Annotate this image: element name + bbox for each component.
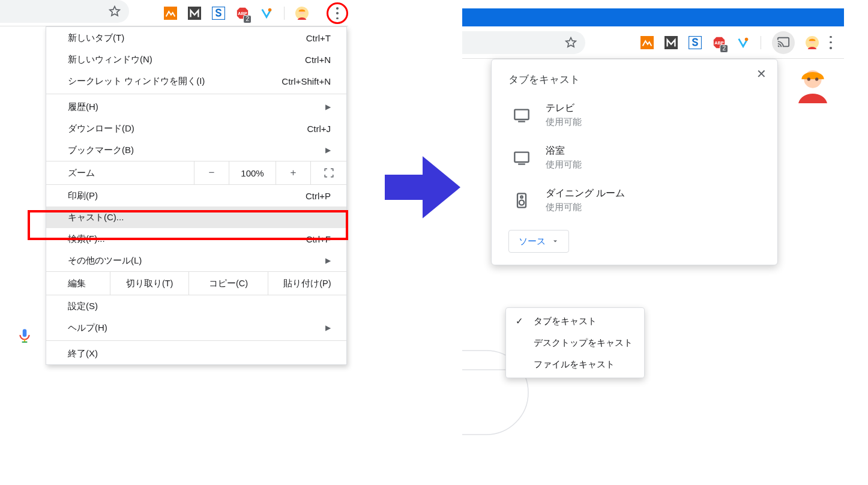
right-toolbar: ABP 2	[462, 26, 844, 59]
device-status: 使用可能	[546, 202, 625, 213]
menu-bookmarks[interactable]: ブックマーク(B) ▶	[46, 139, 346, 161]
fullscreen-button[interactable]	[310, 161, 346, 184]
avatar-icon[interactable]	[295, 7, 309, 20]
fullscreen-icon	[324, 167, 334, 178]
window-titlebar	[462, 8, 844, 26]
source-label: ソース	[519, 236, 546, 247]
ext-v-icon[interactable]	[260, 7, 273, 20]
menu-shortcut: Ctrl+J	[307, 124, 331, 134]
source-option-tab[interactable]: ✓ タブをキャスト	[506, 310, 644, 332]
mic-icon[interactable]	[17, 328, 32, 343]
ext-m-icon[interactable]	[188, 7, 201, 20]
menu-separator	[46, 340, 346, 341]
ext-analytics-icon[interactable]	[164, 7, 177, 20]
left-screenshot: ABP 2 新しいタブ(T) Ctrl+T 新しいウィンドウ(N) Ctrl+N…	[0, 0, 354, 396]
source-option-desktop[interactable]: ✓ デスクトップをキャスト	[506, 332, 644, 354]
menu-incognito[interactable]: シークレット ウィンドウを開く(I) Ctrl+Shift+N	[46, 70, 346, 92]
abp-badge: 2	[243, 15, 252, 23]
menu-more-tools[interactable]: その他のツール(L) ▶	[46, 250, 346, 271]
source-dropdown-menu: ✓ タブをキャスト ✓ デスクトップをキャスト ✓ ファイルをキャスト	[505, 307, 645, 378]
option-label: タブをキャスト	[534, 316, 597, 327]
menu-shortcut: Ctrl+F	[306, 234, 331, 244]
menu-print[interactable]: 印刷(P) Ctrl+P	[46, 185, 346, 206]
cast-popup: ✕ タブをキャスト テレビ 使用可能 浴室 使用可能 ダイニング ルーム	[491, 59, 778, 265]
zoom-out-button[interactable]: −	[194, 161, 229, 184]
submenu-arrow-icon: ▶	[325, 256, 331, 265]
address-bar-left[interactable]	[0, 0, 129, 23]
menu-shortcut: Ctrl+Shift+N	[282, 76, 331, 86]
menu-new-tab[interactable]: 新しいタブ(T) Ctrl+T	[46, 27, 346, 49]
menu-label: 新しいタブ(T)	[68, 32, 124, 44]
ext-analytics-icon[interactable]	[640, 36, 654, 49]
menu-help[interactable]: ヘルプ(H) ▶	[46, 317, 346, 339]
menu-label: ヘルプ(H)	[68, 322, 107, 334]
menu-cast[interactable]: キャスト(C)...	[46, 206, 346, 228]
menu-label: その他のツール(L)	[68, 255, 142, 267]
bookmark-star-icon[interactable]	[109, 5, 121, 17]
menu-exit[interactable]: 終了(X)	[46, 343, 346, 364]
avatar-icon[interactable]	[806, 36, 819, 49]
zoom-label: ズーム	[46, 167, 194, 179]
menu-shortcut: Ctrl+P	[306, 191, 331, 201]
cast-popup-title: タブをキャスト	[492, 73, 777, 94]
menu-new-window[interactable]: 新しいウィンドウ(N) Ctrl+N	[46, 49, 346, 70]
menu-history[interactable]: 履歴(H) ▶	[46, 96, 346, 118]
menu-label: 検索(F)...	[68, 233, 105, 245]
tv-icon	[513, 149, 530, 166]
source-dropdown-button[interactable]: ソース	[508, 230, 569, 253]
left-toolbar: ABP 2	[0, 0, 348, 26]
svg-rect-1	[188, 7, 201, 20]
ext-s-icon[interactable]	[212, 7, 225, 20]
zoom-in-button[interactable]: +	[276, 161, 310, 184]
menu-label: 履歴(H)	[68, 101, 98, 113]
svg-rect-21	[514, 109, 528, 119]
submenu-arrow-icon: ▶	[325, 324, 331, 332]
svg-point-4	[268, 8, 272, 11]
svg-rect-7	[23, 329, 27, 337]
cast-toolbar-button[interactable]	[772, 31, 795, 54]
menu-label: 新しいウィンドウ(N)	[68, 54, 152, 65]
toolbar-separator	[761, 36, 761, 49]
svg-point-14	[745, 37, 749, 41]
cast-device-bath[interactable]: 浴室 使用可能	[492, 136, 777, 179]
source-option-file[interactable]: ✓ ファイルをキャスト	[506, 354, 644, 375]
address-bar-right[interactable]	[462, 31, 585, 54]
svg-rect-23	[514, 152, 528, 161]
tv-icon	[513, 107, 530, 124]
ext-abp-icon[interactable]: ABP 2	[236, 7, 249, 20]
menu-label: 印刷(P)	[68, 190, 98, 202]
menu-label: キャスト(C)...	[68, 212, 124, 223]
menu-settings[interactable]: 設定(S)	[46, 295, 346, 317]
device-status: 使用可能	[546, 116, 582, 128]
kebab-menu-button-circled[interactable]	[327, 2, 348, 24]
menu-downloads[interactable]: ダウンロード(D) Ctrl+J	[46, 118, 346, 139]
svg-rect-11	[665, 36, 678, 49]
submenu-arrow-icon: ▶	[325, 146, 331, 154]
flow-arrow-icon	[381, 145, 465, 229]
svg-point-27	[519, 200, 524, 205]
menu-find[interactable]: 検索(F)... Ctrl+F	[46, 228, 346, 250]
edit-paste-button[interactable]: 貼り付け(P)	[268, 272, 346, 295]
abp-badge: 2	[720, 44, 728, 53]
ext-abp-icon[interactable]: ABP 2	[713, 36, 726, 49]
option-label: デスクトップをキャスト	[534, 337, 633, 349]
option-label: ファイルをキャスト	[534, 359, 615, 370]
menu-shortcut: Ctrl+T	[306, 33, 331, 43]
zoom-value: 100%	[229, 161, 276, 184]
edit-cut-button[interactable]: 切り取り(T)	[110, 272, 188, 295]
ext-v-icon[interactable]	[737, 36, 750, 49]
bookmark-star-icon[interactable]	[565, 37, 577, 49]
kebab-menu-button[interactable]	[830, 36, 832, 49]
menu-label: シークレット ウィンドウを開く(I)	[68, 76, 205, 87]
close-button[interactable]: ✕	[756, 68, 767, 80]
chrome-context-menu: 新しいタブ(T) Ctrl+T 新しいウィンドウ(N) Ctrl+N シークレッ…	[46, 26, 347, 365]
device-name: ダイニング ルーム	[546, 187, 625, 200]
right-screenshot: ABP 2 ✕ タブをキャスト テレビ 使用可能	[462, 8, 844, 59]
edit-copy-button[interactable]: コピー(C)	[188, 272, 267, 295]
check-icon: ✓	[516, 316, 525, 327]
cast-device-tv[interactable]: テレビ 使用可能	[492, 94, 777, 136]
ext-s-icon[interactable]	[689, 36, 702, 49]
ext-m-icon[interactable]	[665, 36, 678, 49]
cast-device-dining[interactable]: ダイニング ルーム 使用可能	[492, 179, 777, 221]
menu-separator	[46, 94, 346, 94]
